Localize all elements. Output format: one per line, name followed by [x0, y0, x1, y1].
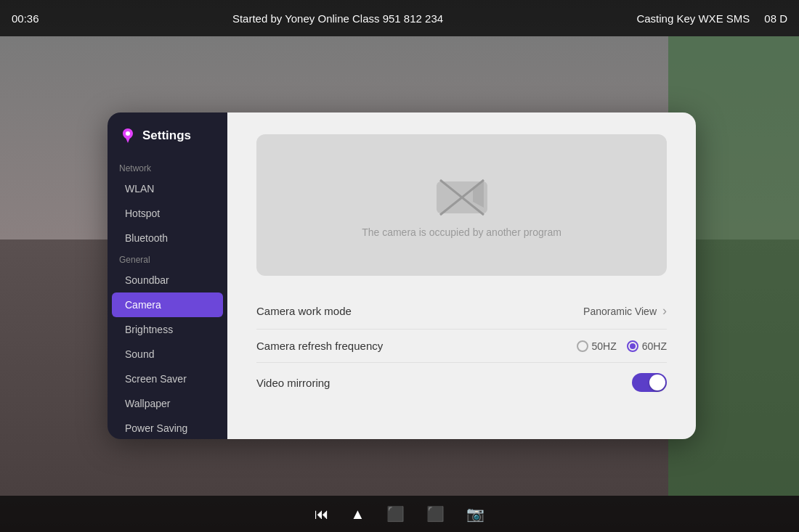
settings-main-content: The camera is occupied by another progra…	[227, 112, 696, 439]
video-mirroring-label: Video mirroring	[256, 377, 330, 389]
bottom-bar: ⏮ ▲ ⬛ ⬛ 📷	[0, 496, 799, 532]
camera-work-mode-row: Camera work mode Panoramic View ›	[256, 293, 667, 330]
radio-60hz-text: 60HZ	[642, 340, 667, 352]
bottom-icon-square1[interactable]: ⬛	[386, 505, 405, 523]
sidebar-item-wlan[interactable]: WLAN	[108, 176, 227, 201]
camera-off-svg	[433, 173, 491, 216]
app-logo-icon	[119, 127, 137, 144]
sidebar-item-soundbar[interactable]: Soundbar	[108, 268, 227, 292]
camera-occupied-message: The camera is occupied by another progra…	[362, 226, 561, 238]
sidebar-item-sound[interactable]: Sound	[108, 342, 227, 367]
camera-refresh-frequency-row: Camera refresh frequency 50HZ 60HZ	[256, 330, 667, 363]
settings-title: Settings	[142, 128, 191, 143]
top-bar-center: Started by Yoney Online Class 951 812 23…	[232, 12, 443, 25]
svg-point-0	[126, 131, 130, 136]
radio-50hz-label[interactable]: 50HZ	[577, 340, 617, 352]
radio-50hz-text: 50HZ	[592, 340, 617, 352]
video-mirroring-toggle[interactable]	[632, 373, 667, 392]
camera-work-mode-label: Camera work mode	[256, 305, 352, 317]
sidebar-item-powersaving[interactable]: Power Saving	[108, 416, 227, 439]
sidebar-item-brightness[interactable]: Brightness	[108, 317, 227, 342]
session-info: Started by Yoney Online Class 951 812 23…	[232, 12, 443, 25]
sidebar-header: Settings	[108, 127, 227, 159]
time-display: 00:36	[12, 12, 39, 25]
panoramic-view-text: Panoramic View	[583, 306, 657, 317]
bottom-icon-camera-bottom[interactable]: 📷	[466, 505, 484, 523]
top-bar: 00:36 Started by Yoney Online Class 951 …	[0, 0, 799, 36]
casting-key-label: Casting Key WXE SMS	[636, 12, 750, 25]
radio-60hz-dot[interactable]	[627, 340, 638, 352]
top-bar-left: 00:36	[12, 12, 39, 25]
sidebar-item-camera[interactable]: Camera	[112, 292, 223, 317]
radio-60hz-label[interactable]: 60HZ	[627, 340, 667, 352]
camera-unavailable-icon	[433, 173, 491, 216]
date-display: 08 D	[764, 12, 787, 25]
frequency-radio-group: 50HZ 60HZ	[577, 340, 667, 352]
bottom-icon-up[interactable]: ▲	[351, 506, 365, 523]
chevron-right-icon: ›	[662, 303, 667, 319]
sidebar-item-bluetooth[interactable]: Bluetooth	[108, 226, 227, 250]
settings-overlay: Settings Network WLAN Hotspot Bluetooth …	[108, 112, 696, 439]
video-mirroring-row: Video mirroring	[256, 363, 667, 402]
settings-sidebar: Settings Network WLAN Hotspot Bluetooth …	[108, 112, 227, 439]
camera-work-mode-value[interactable]: Panoramic View ›	[583, 303, 667, 319]
sidebar-item-wallpaper[interactable]: Wallpaper	[108, 391, 227, 416]
sidebar-item-hotspot[interactable]: Hotspot	[108, 201, 227, 226]
top-bar-right: Casting Key WXE SMS 08 D	[636, 12, 787, 25]
camera-preview-area: The camera is occupied by another progra…	[256, 134, 667, 276]
bottom-icon-back[interactable]: ⏮	[315, 506, 329, 523]
sidebar-item-screensaver[interactable]: Screen Saver	[108, 367, 227, 391]
section-label-general: General	[108, 250, 227, 268]
section-label-network: Network	[108, 159, 227, 176]
radio-50hz-dot[interactable]	[577, 340, 588, 352]
camera-refresh-label: Camera refresh frequency	[256, 340, 383, 352]
bottom-icon-square2[interactable]: ⬛	[426, 505, 445, 523]
